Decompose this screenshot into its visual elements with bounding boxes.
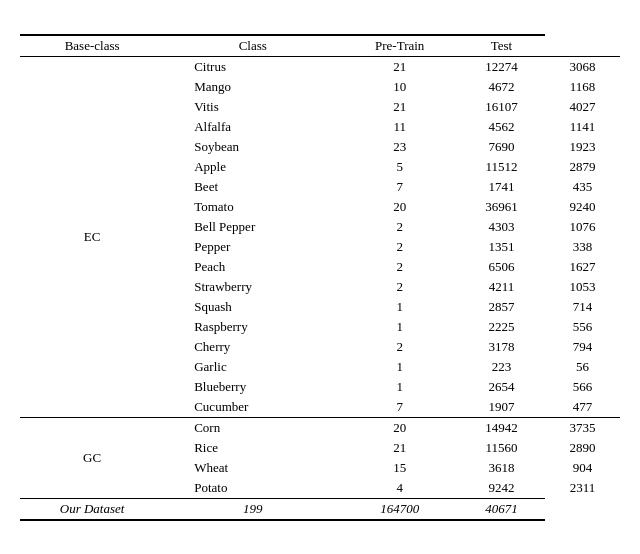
row-name: Cucumber (164, 397, 341, 418)
row-pretrain: 4211 (458, 277, 545, 297)
row-class: 15 (341, 458, 458, 478)
footer-pretrain: 164700 (341, 498, 458, 520)
data-table: Base-class Class Pre-Train Test ECCitrus… (20, 34, 620, 521)
row-pretrain: 1907 (458, 397, 545, 418)
row-name: Beet (164, 177, 341, 197)
header-pretrain: Pre-Train (341, 35, 458, 57)
row-class: 23 (341, 137, 458, 157)
row-name: Raspberry (164, 317, 341, 337)
row-class: 4 (341, 478, 458, 499)
row-class: 21 (341, 56, 458, 77)
row-class: 1 (341, 317, 458, 337)
row-class: 11 (341, 117, 458, 137)
row-test: 3068 (545, 56, 620, 77)
row-test: 556 (545, 317, 620, 337)
row-class: 20 (341, 417, 458, 438)
row-class: 2 (341, 277, 458, 297)
row-test: 4027 (545, 97, 620, 117)
header-test: Test (458, 35, 545, 57)
row-class: 1 (341, 297, 458, 317)
row-class: 1 (341, 377, 458, 397)
row-name: Vitis (164, 97, 341, 117)
row-name: Blueberry (164, 377, 341, 397)
row-pretrain: 9242 (458, 478, 545, 499)
row-pretrain: 2857 (458, 297, 545, 317)
row-test: 714 (545, 297, 620, 317)
gc-group-label: GC (20, 417, 164, 498)
row-name: Corn (164, 417, 341, 438)
row-name: Tomato (164, 197, 341, 217)
row-class: 1 (341, 357, 458, 377)
row-test: 477 (545, 397, 620, 418)
row-name: Citrus (164, 56, 341, 77)
footer-class: 199 (164, 498, 341, 520)
row-name: Cherry (164, 337, 341, 357)
header-row: Base-class Class Pre-Train Test (20, 35, 620, 57)
row-pretrain: 7690 (458, 137, 545, 157)
row-class: 2 (341, 257, 458, 277)
footer-label: Our Dataset (20, 498, 164, 520)
row-pretrain: 1351 (458, 237, 545, 257)
row-test: 1141 (545, 117, 620, 137)
row-class: 20 (341, 197, 458, 217)
row-class: 2 (341, 237, 458, 257)
row-name: Strawberry (164, 277, 341, 297)
row-name: Potato (164, 478, 341, 499)
table-container: Base-class Class Pre-Train Test ECCitrus… (20, 34, 620, 521)
row-pretrain: 16107 (458, 97, 545, 117)
row-class: 2 (341, 337, 458, 357)
row-pretrain: 3618 (458, 458, 545, 478)
footer-row: Our Dataset19916470040671 (20, 498, 620, 520)
row-pretrain: 4303 (458, 217, 545, 237)
row-test: 2879 (545, 157, 620, 177)
row-pretrain: 223 (458, 357, 545, 377)
header-class: Class (164, 35, 341, 57)
row-pretrain: 36961 (458, 197, 545, 217)
row-pretrain: 4672 (458, 77, 545, 97)
ec-group-label: EC (20, 56, 164, 417)
row-test: 2311 (545, 478, 620, 499)
row-pretrain: 11512 (458, 157, 545, 177)
row-test: 794 (545, 337, 620, 357)
row-name: Soybean (164, 137, 341, 157)
row-test: 2890 (545, 438, 620, 458)
row-name: Garlic (164, 357, 341, 377)
row-name: Rice (164, 438, 341, 458)
row-pretrain: 11560 (458, 438, 545, 458)
row-name: Wheat (164, 458, 341, 478)
footer-test: 40671 (458, 498, 545, 520)
row-class: 2 (341, 217, 458, 237)
row-test: 1168 (545, 77, 620, 97)
row-test: 1076 (545, 217, 620, 237)
row-test: 1053 (545, 277, 620, 297)
row-class: 7 (341, 177, 458, 197)
row-name: Pepper (164, 237, 341, 257)
row-pretrain: 1741 (458, 177, 545, 197)
row-test: 1627 (545, 257, 620, 277)
header-base-class: Base-class (20, 35, 164, 57)
row-test: 56 (545, 357, 620, 377)
row-pretrain: 6506 (458, 257, 545, 277)
row-class: 5 (341, 157, 458, 177)
row-name: Squash (164, 297, 341, 317)
table-row: ECCitrus21122743068 (20, 56, 620, 77)
row-pretrain: 2225 (458, 317, 545, 337)
row-pretrain: 4562 (458, 117, 545, 137)
row-name: Bell Pepper (164, 217, 341, 237)
row-name: Apple (164, 157, 341, 177)
row-class: 7 (341, 397, 458, 418)
row-class: 10 (341, 77, 458, 97)
table-row: GCCorn20149423735 (20, 417, 620, 438)
row-pretrain: 12274 (458, 56, 545, 77)
row-test: 9240 (545, 197, 620, 217)
row-test: 3735 (545, 417, 620, 438)
row-pretrain: 14942 (458, 417, 545, 438)
row-name: Peach (164, 257, 341, 277)
row-class: 21 (341, 97, 458, 117)
row-pretrain: 2654 (458, 377, 545, 397)
row-name: Mango (164, 77, 341, 97)
row-test: 566 (545, 377, 620, 397)
row-name: Alfalfa (164, 117, 341, 137)
row-test: 338 (545, 237, 620, 257)
row-class: 21 (341, 438, 458, 458)
